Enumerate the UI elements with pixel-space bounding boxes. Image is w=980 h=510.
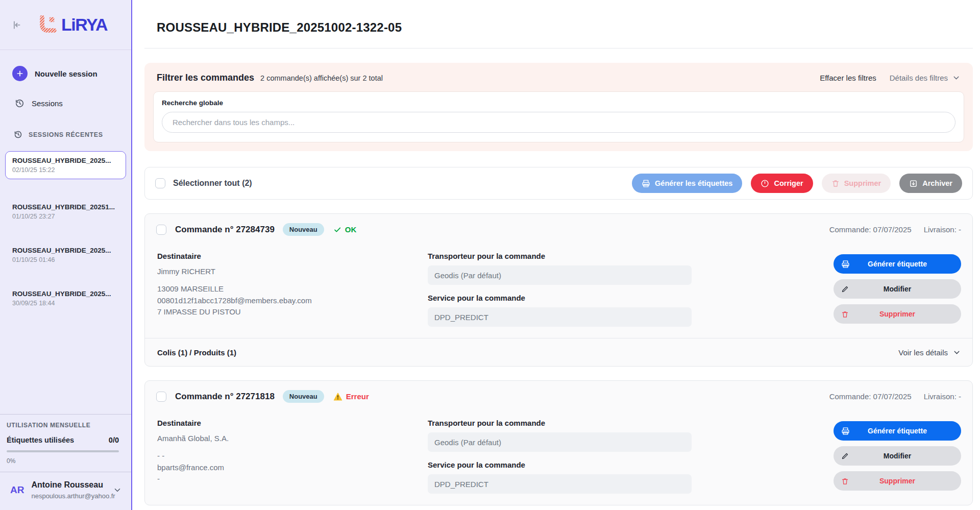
recipient-label: Destinataire [157,252,428,260]
order-title: Commande n° 27284739 [175,225,275,235]
chevron-down-icon [952,74,961,82]
search-label: Recherche globale [162,99,955,107]
usage-count: 0/0 [109,436,119,444]
check-icon [333,226,341,234]
user-menu[interactable]: AR Antoine Rousseau nespoulous.arthur@ya… [0,472,131,510]
nav-label: Nouvelle session [35,69,97,78]
user-email: nespoulous.arthur@yahoo.fr [31,492,106,500]
carrier-label: Transporteur pour la commande [428,252,692,260]
delete-button-disabled[interactable]: Supprimer [822,174,891,193]
usage-header: UTILISATION MENSUELLE [7,422,119,429]
delete-order-button[interactable]: Supprimer [834,304,961,324]
session-datetime: 30/09/25 18:44 [12,300,119,307]
lirya-wordmark: LiRYA [61,15,107,35]
pencil-icon [841,285,849,293]
generate-label-button[interactable]: Générer étiquette [834,254,961,274]
order-card: Commande n° 27284739 Nouveau OK Commande… [144,213,973,367]
order-title: Commande n° 27271818 [175,392,275,402]
recipient-column: Destinataire Amanhã Global, S.A. - - bpa… [157,419,428,494]
service-select[interactable]: DPD_PREDICT [428,307,692,327]
carrier-select[interactable]: Geodis (Par défaut) [428,265,692,285]
trash-icon [841,477,849,485]
session-datetime: 01/10/25 23:27 [12,213,119,220]
colis-produits-label: Colis (1) / Produits (1) [157,348,236,357]
order-status-error: Erreur [333,392,369,401]
session-datetime: 02/10/25 15:22 [12,166,119,174]
generate-label-button[interactable]: Générer étiquette [834,421,961,441]
recipient-email: 00801d12f1abcc1728bf@members.ebay.com [157,295,428,307]
user-name: Antoine Rousseau [31,480,106,490]
global-search-input[interactable] [162,112,955,133]
order-date: Commande: 07/07/2025 [829,392,912,401]
carrier-column: Transporteur pour la commande Geodis (Pa… [428,419,692,494]
select-all-checkbox[interactable] [155,178,165,188]
status-badge-new: Nouveau [283,223,324,236]
trash-icon [841,310,849,318]
filter-details-toggle[interactable]: Détails des filtres [890,74,961,82]
chevron-down-icon [113,485,122,495]
title-divider [144,48,973,48]
recipient-name: Amanhã Global, S.A. [157,434,428,443]
lirya-logo: LiRYA [38,15,107,35]
archive-icon [909,179,918,188]
carrier-column: Transporteur pour la commande Geodis (Pa… [428,252,692,327]
sidebar-item-new-session[interactable]: Nouvelle session [11,61,122,86]
session-title: ROUSSEAU_HYBRIDE_2025... [12,157,119,164]
delete-order-button[interactable]: Supprimer [834,471,961,491]
session-item[interactable]: ROUSSEAU_HYBRIDE_2025... 30/09/25 18:44 [5,284,126,312]
archive-button[interactable]: Archiver [899,174,962,193]
printer-icon [841,260,850,269]
sidebar-header: LiRYA [0,0,131,50]
recipient-address: - [157,473,428,485]
session-title: ROUSSEAU_HYBRIDE_2025... [12,290,119,298]
history-icon [15,99,24,108]
history-icon [14,130,22,139]
chevron-down-icon [952,348,961,357]
order-date: Commande: 07/07/2025 [829,225,912,234]
status-badge-new: Nouveau [283,390,324,403]
session-item[interactable]: ROUSSEAU_HYBRIDE_2025... 02/10/25 15:22 [5,151,126,179]
trash-icon [831,179,840,187]
filter-summary: 2 commande(s) affichée(s) sur 2 total [260,74,383,82]
usage-label: Étiquettes utilisées [7,436,74,444]
alert-circle-icon [761,179,769,188]
order-card-footer: Colis (1) / Produits (1) Voir les détail… [145,338,972,366]
service-select[interactable]: DPD_PREDICT [428,474,692,494]
sidebar-nav: Nouvelle session Sessions [0,50,131,117]
session-title: ROUSSEAU_HYBRIDE_20251... [12,203,119,211]
select-all-label: Sélectionner tout (2) [173,179,252,188]
recipient-city: 13009 MARSEILLE [157,283,428,295]
recent-sessions-header: SESSIONS RÉCENTES [0,117,131,144]
printer-icon [841,427,850,435]
warning-triangle-icon [333,393,342,401]
order-actions-column: Générer étiquette Modifier Supprimer [834,252,961,327]
recipient-city: - - [157,450,428,462]
recipient-label: Destinataire [157,419,428,427]
service-label: Service pour la commande [428,460,692,469]
recipient-column: Destinataire Jimmy RICHERT 13009 MARSEIL… [157,252,428,327]
edit-order-button[interactable]: Modifier [834,446,961,466]
edit-order-button[interactable]: Modifier [834,279,961,299]
service-label: Service pour la commande [428,294,692,302]
session-datetime: 01/10/25 01:46 [12,256,119,263]
recipient-name: Jimmy RICHERT [157,267,428,276]
clear-filters-link[interactable]: Effacer les filtres [820,74,876,82]
sidebar: LiRYA Nouvelle session Sessions SESSIONS [0,0,132,510]
pencil-icon [841,452,849,460]
order-checkbox[interactable] [156,225,166,235]
correct-button[interactable]: Corriger [751,174,813,193]
delivery-date: Livraison: - [924,392,961,401]
generate-labels-button[interactable]: Générer les étiquettes [632,174,742,193]
sidebar-item-sessions[interactable]: Sessions [11,94,122,113]
session-item[interactable]: ROUSSEAU_HYBRIDE_2025... 01/10/25 01:46 [5,241,126,269]
session-title: ROUSSEAU_HYBRIDE_2025... [12,247,119,254]
collapse-sidebar-icon[interactable] [11,20,21,30]
carrier-select[interactable]: Geodis (Par défaut) [428,432,692,452]
see-details-toggle[interactable]: Voir les détails [898,348,961,357]
order-checkbox[interactable] [156,392,166,402]
usage-progress-bar [7,450,119,452]
app-root: LiRYA Nouvelle session Sessions SESSIONS [0,0,980,510]
lirya-logo-mark-icon [38,15,57,35]
order-card: Commande n° 27271818 Nouveau Erreur Comm… [144,380,973,505]
session-item[interactable]: ROUSSEAU_HYBRIDE_20251... 01/10/25 23:27 [5,198,126,226]
